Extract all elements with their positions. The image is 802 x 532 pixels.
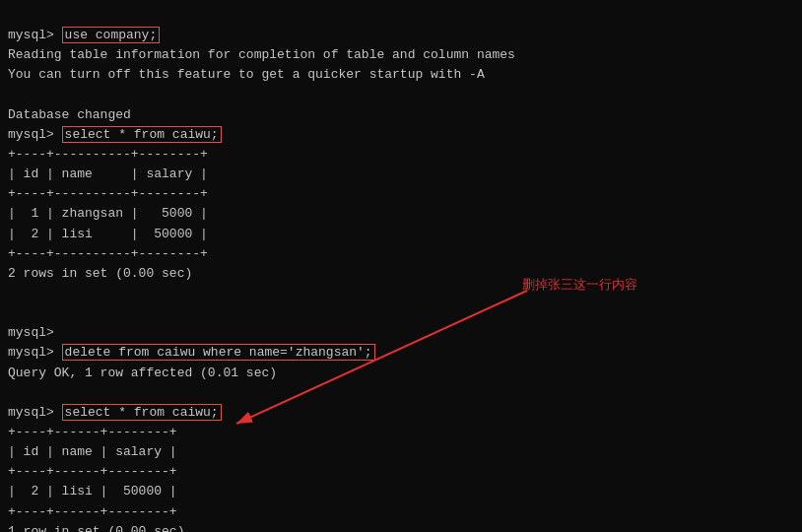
svg-line-1 [236,291,527,424]
annotation-arrow [0,0,802,532]
